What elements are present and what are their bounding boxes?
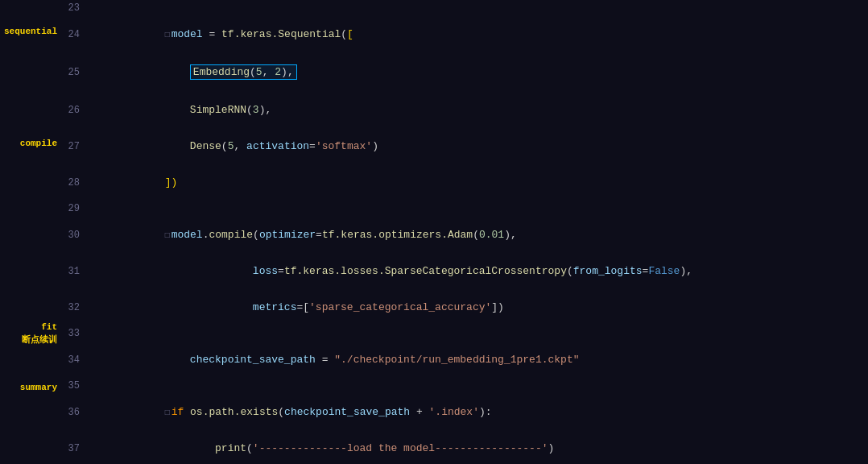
line-code: □if os.path.exists(checkpoint_save_path … xyxy=(86,394,868,430)
sidebar-label-fit: fit xyxy=(41,322,57,332)
table-row: 36 □if os.path.exists(checkpoint_save_pa… xyxy=(60,394,868,430)
table-row: 27 Dense(5, activation='softmax') xyxy=(60,128,868,164)
line-code: print('--------------load the model-----… xyxy=(86,430,868,464)
table-row: 23 xyxy=(60,0,868,16)
line-code xyxy=(86,0,868,16)
table-row: 24 □model = tf.keras.Sequential([ xyxy=(60,16,868,52)
table-row: 25 Embedding(5, 2), xyxy=(60,52,868,92)
line-code: checkpoint_save_path = "./checkpoint/run… xyxy=(86,342,868,378)
line-code: Dense(5, activation='softmax') xyxy=(86,128,868,164)
table-row: 37 print('--------------load the model--… xyxy=(60,430,868,464)
sidebar-label-summary: summary xyxy=(20,383,57,392)
line-number: 26 xyxy=(60,92,86,128)
line-number: 29 xyxy=(60,201,86,217)
line-number: 33 xyxy=(60,325,86,342)
line-code xyxy=(86,378,868,394)
line-code: loss=tf.keras.losses.SparseCategoricalCr… xyxy=(86,253,868,289)
code-table: 23 24 □model = tf.keras.Sequential([ 25 … xyxy=(60,0,868,464)
table-row: 26 SimpleRNN(3), xyxy=(60,92,868,128)
table-row: 28 ]) xyxy=(60,164,868,201)
line-number: 30 xyxy=(60,217,86,253)
table-row: 32 metrics=['sparse_categorical_accuracy… xyxy=(60,289,868,325)
sidebar-label-断点续训: 断点续训 xyxy=(22,334,57,346)
line-code: ]) xyxy=(86,164,868,201)
fold-icon[interactable]: □ xyxy=(165,231,170,240)
line-code xyxy=(86,201,868,217)
line-number: 34 xyxy=(60,342,86,378)
line-number: 24 xyxy=(60,16,86,52)
line-code: SimpleRNN(3), xyxy=(86,92,868,128)
line-number: 31 xyxy=(60,253,86,289)
code-editor[interactable]: 23 24 □model = tf.keras.Sequential([ 25 … xyxy=(60,0,868,464)
line-code: □model.compile(optimizer=tf.keras.optimi… xyxy=(86,217,868,253)
main-container: sequential compile fit 断点续训 summary 23 xyxy=(0,0,868,464)
line-number: 25 xyxy=(60,52,86,92)
table-row: 35 xyxy=(60,378,868,394)
line-code: □model = tf.keras.Sequential([ xyxy=(86,16,868,52)
line-code xyxy=(86,325,868,342)
line-code: Embedding(5, 2), xyxy=(86,52,868,92)
table-row: 34 checkpoint_save_path = "./checkpoint/… xyxy=(60,342,868,378)
fold-icon[interactable]: □ xyxy=(165,31,170,39)
line-number: 27 xyxy=(60,128,86,164)
line-number: 28 xyxy=(60,164,86,201)
table-row: 33 xyxy=(60,325,868,342)
line-code: metrics=['sparse_categorical_accuracy']) xyxy=(86,289,868,325)
table-row: 30 □model.compile(optimizer=tf.keras.opt… xyxy=(60,217,868,253)
sidebar-label-sequential: sequential xyxy=(4,26,57,37)
line-number: 36 xyxy=(60,394,86,430)
table-row: 31 loss=tf.keras.losses.SparseCategorica… xyxy=(60,253,868,289)
sidebar: sequential compile fit 断点续训 summary xyxy=(0,0,60,464)
line-number: 32 xyxy=(60,289,86,325)
fold-icon[interactable]: □ xyxy=(165,408,170,417)
line-number: 37 xyxy=(60,430,86,464)
line-number: 35 xyxy=(60,378,86,394)
sidebar-label-compile: compile xyxy=(20,139,57,148)
line-number: 23 xyxy=(60,0,86,16)
table-row: 29 xyxy=(60,201,868,217)
